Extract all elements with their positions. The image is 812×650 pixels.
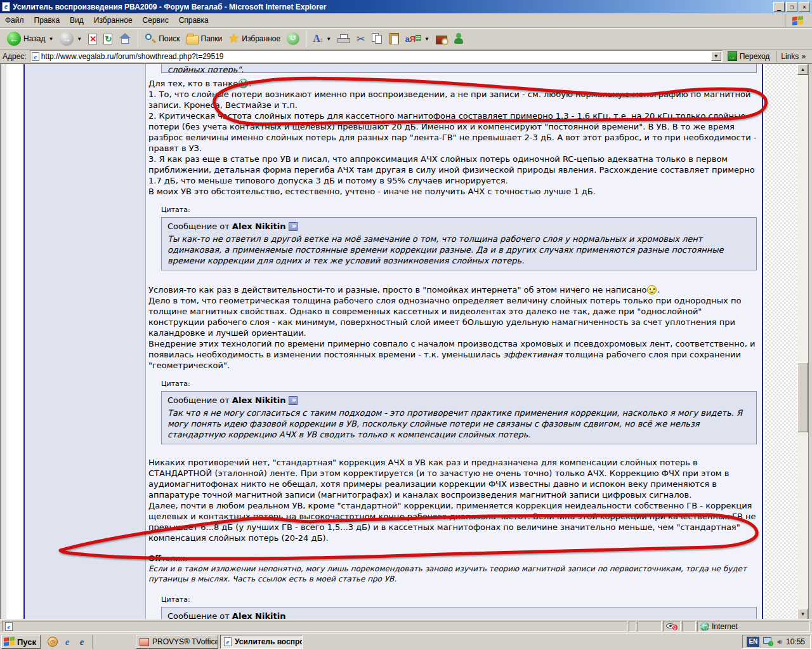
start-windows-flag-icon	[4, 637, 15, 647]
links-chevron-icon[interactable]: »	[801, 52, 806, 61]
research-button[interactable]	[433, 29, 450, 48]
view-post-icon[interactable]	[289, 222, 298, 231]
cut-button[interactable]: ✂	[353, 29, 368, 48]
scroll-up-button[interactable]: ▲	[797, 64, 808, 75]
quicklaunch-ie-icon[interactable]: e	[62, 637, 72, 647]
cut-scissors-icon: ✂	[357, 33, 365, 45]
refresh-icon: ↻	[103, 34, 112, 44]
status-pane	[629, 621, 636, 632]
forum-post-table: слойных потерь". Для тех, кто в танке.1.…	[23, 64, 763, 620]
history-button[interactable]: ↺	[284, 29, 303, 48]
back-button[interactable]: ← Назад ▼	[4, 29, 56, 48]
translate-icon: аЯ	[405, 34, 422, 44]
quote-author: Alex Nikitin	[232, 222, 286, 231]
messenger-button[interactable]	[450, 29, 467, 48]
close-button[interactable]: ✕	[799, 2, 810, 12]
status-bar: e ⃠ Internet	[0, 619, 812, 633]
copy-button[interactable]	[369, 29, 386, 48]
scrollbar-thumb[interactable]	[797, 362, 808, 432]
quick-launch-bar: ◷ e e	[43, 635, 93, 649]
menu-file[interactable]: Файл	[0, 14, 29, 27]
minimize-button[interactable]: _	[773, 2, 785, 12]
translate-dropdown-icon[interactable]: ▼	[424, 36, 429, 42]
post-paragraph-2: Условия-то как раз в действительности-то…	[148, 284, 757, 371]
biggrin-smiley-icon	[239, 79, 248, 88]
address-dropdown-button[interactable]: ▼	[711, 51, 721, 61]
refresh-button[interactable]: ↻	[100, 29, 115, 48]
home-button[interactable]	[115, 29, 134, 48]
maximize-button[interactable]: ❐	[786, 2, 797, 12]
favorites-star-icon: ★	[228, 33, 239, 44]
folders-button[interactable]: Папки	[183, 29, 226, 48]
offtopic-label: Offтопик:	[148, 554, 757, 564]
stop-icon: ✕	[88, 34, 97, 44]
fonts-dropdown-icon[interactable]: ▼	[326, 36, 331, 42]
quicklaunch-ie-desktop-icon[interactable]: e	[77, 637, 87, 647]
favorites-button[interactable]: ★ Избранное	[225, 29, 284, 48]
paste-button[interactable]	[386, 29, 402, 48]
go-button[interactable]: → Переход	[726, 51, 774, 62]
address-url[interactable]: http://www.vegalab.ru/forum/showthread.p…	[41, 52, 709, 61]
search-icon	[145, 33, 156, 44]
quote-body: Так что я не могу согласиться с таким по…	[167, 408, 750, 440]
post-paragraph-1: Для тех, кто в танке.1. То, что слойные …	[148, 78, 757, 197]
post-userinfo-column	[25, 64, 146, 620]
tray-clock[interactable]: 10:55	[786, 637, 805, 646]
internet-zone-globe-icon	[700, 622, 709, 631]
quote-box-3: Сообщение отAlex Nikitin P.S. - кстати, …	[161, 607, 757, 620]
provys-app-icon	[140, 638, 149, 646]
vertical-scrollbar[interactable]: ▲ ▼	[797, 64, 808, 620]
forward-dropdown-icon[interactable]: ▼	[77, 36, 82, 42]
start-button[interactable]: Пуск	[1, 635, 41, 649]
status-pane	[682, 621, 696, 632]
quote-header: Сообщение отAlex Nikitin	[167, 611, 750, 620]
offtopic-body: Если и в таком изложении непонятно, могу…	[148, 564, 757, 584]
desktop: { "window": { "title": "Усилитель воспро…	[0, 0, 812, 650]
copy-icon	[372, 33, 383, 44]
translate-button[interactable]: аЯ▼	[402, 29, 433, 48]
post-message-column: слойных потерь". Для тех, кто в танке.1.…	[146, 64, 762, 620]
home-icon	[119, 33, 131, 44]
quote-label: Цитата:	[161, 378, 758, 389]
volume-icon[interactable]: 🔊︎	[777, 637, 782, 646]
quicklaunch-clock-icon[interactable]: ◷	[48, 637, 58, 647]
network-update-icon[interactable]: ↑	[763, 637, 773, 646]
window-inner-edge-right	[808, 64, 812, 620]
task-button-provys[interactable]: PROVYS® TVoffice [TNT...	[136, 635, 218, 649]
post-paragraph-3: Никаких противоречий нет, "стандартная" …	[148, 457, 757, 543]
task-ie-icon: e	[224, 637, 232, 646]
quote-label: Цитата:	[161, 594, 758, 605]
page-icon: e	[32, 52, 39, 61]
forward-button[interactable]: → ▼	[56, 29, 85, 48]
quote-box-2: Сообщение отAlex Nikitin Так что я не мо…	[161, 391, 757, 444]
menu-bar: Файл Правка Вид Избранное Сервис Справка	[0, 13, 812, 28]
menu-favorites[interactable]: Избранное	[89, 14, 138, 27]
menu-tools[interactable]: Сервис	[138, 14, 174, 27]
address-input[interactable]: e http://www.vegalab.ru/forum/showthread…	[30, 50, 723, 62]
zone-label: Internet	[712, 622, 738, 631]
fonts-button[interactable]: A↕▼	[310, 29, 334, 48]
menu-edit[interactable]: Правка	[29, 14, 65, 27]
menu-view[interactable]: Вид	[65, 14, 89, 27]
print-button[interactable]	[334, 29, 353, 48]
back-icon: ←	[7, 32, 21, 46]
quote-body: Ты как-то не ответил в другой ветке на м…	[167, 234, 750, 266]
status-pane	[638, 621, 662, 632]
address-bar: Адрес: e http://www.vegalab.ru/forum/sho…	[0, 50, 812, 63]
back-dropdown-icon[interactable]: ▼	[48, 36, 53, 42]
scroll-down-button[interactable]: ▼	[797, 609, 808, 620]
view-post-icon[interactable]	[289, 396, 298, 405]
title-bar: e Усилитель воспроизведения РВА2009 - Фо…	[0, 0, 812, 13]
research-book-icon	[436, 36, 447, 44]
search-button[interactable]: Поиск	[141, 29, 183, 48]
status-privacy-pane[interactable]: ⃠	[663, 621, 681, 632]
folders-icon	[187, 36, 199, 44]
task-button-browser[interactable]: e Усилитель воспроиз...	[220, 635, 303, 649]
quote-label: Цитата:	[161, 204, 758, 215]
links-toolbar[interactable]: Links »	[776, 51, 809, 62]
menu-help[interactable]: Справка	[174, 14, 214, 27]
stop-button[interactable]: ✕	[85, 29, 100, 48]
language-indicator[interactable]: EN	[747, 637, 759, 647]
go-arrow-icon: →	[728, 51, 737, 61]
previous-quote-fragment: слойных потерь".	[161, 64, 757, 73]
